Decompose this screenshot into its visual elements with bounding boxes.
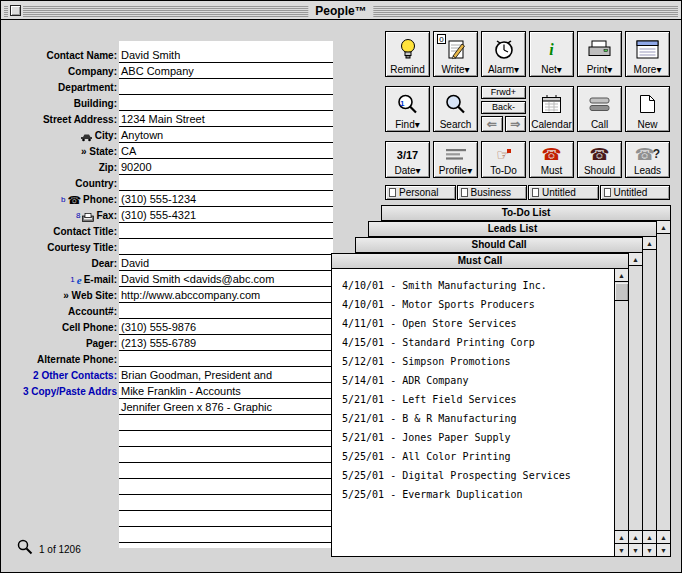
write-button[interactable]: 0 Write▾ bbox=[433, 31, 478, 77]
field-value[interactable]: David Smith <davids@abc.com bbox=[119, 272, 333, 287]
leads-scrollbar[interactable]: ▲ ▲ ▼ bbox=[642, 237, 656, 556]
todo-scrollbar[interactable]: ▲ ▲ ▼ bbox=[656, 221, 670, 556]
remind-button[interactable]: Remind bbox=[385, 31, 430, 77]
form-row: Building: bbox=[3, 95, 333, 111]
field-value[interactable]: Anytown bbox=[119, 128, 333, 143]
must-call-item[interactable]: 5/21/01 - B & R Manufacturing bbox=[342, 409, 614, 428]
profile-button[interactable]: Profile▾ bbox=[433, 141, 478, 178]
field-value[interactable] bbox=[119, 480, 333, 495]
field-value[interactable]: David Smith bbox=[119, 48, 333, 63]
field-label-text: E-mail: bbox=[84, 273, 117, 286]
search-button[interactable]: Search bbox=[433, 86, 478, 132]
must-call-item[interactable]: 5/25/01 - Digital Prospecting Services bbox=[342, 466, 614, 485]
field-value[interactable]: Jennifer Green x 876 - Graphic bbox=[119, 400, 333, 415]
category-tab[interactable]: Personal bbox=[385, 185, 456, 200]
form-row: Country: bbox=[3, 175, 333, 191]
forward-button[interactable]: Frwd+ bbox=[481, 86, 526, 99]
scroll-down-icon[interactable]: ▼ bbox=[629, 543, 642, 556]
form-row: Account#: bbox=[3, 303, 333, 319]
next-record-arrow-icon[interactable]: ⇒ bbox=[505, 116, 527, 132]
scroll-up-icon[interactable]: ▲ bbox=[629, 253, 642, 266]
field-value[interactable] bbox=[119, 464, 333, 479]
must-call-item[interactable]: 5/21/01 - Left Field Services bbox=[342, 390, 614, 409]
scroll-up-icon[interactable]: ▲ bbox=[615, 269, 628, 282]
field-value[interactable] bbox=[119, 176, 333, 191]
must-button[interactable]: ☎ Must bbox=[529, 141, 574, 178]
must-call-item[interactable]: 5/25/01 - All Color Printing bbox=[342, 447, 614, 466]
field-value[interactable] bbox=[119, 224, 333, 239]
field-value[interactable]: 90200 bbox=[119, 160, 333, 175]
must-call-item[interactable]: 4/11/01 - Open Store Services bbox=[342, 314, 614, 333]
close-box[interactable] bbox=[10, 5, 21, 16]
leads-button[interactable]: ☎? Leads bbox=[625, 141, 670, 178]
field-value[interactable] bbox=[119, 496, 333, 511]
field-value[interactable]: 1234 Main Street bbox=[119, 112, 333, 127]
field-value[interactable]: ABC Company bbox=[119, 64, 333, 79]
new-button[interactable]: New bbox=[625, 86, 670, 132]
window-titlebar[interactable]: People™ bbox=[1, 1, 681, 20]
field-value[interactable]: CA bbox=[119, 144, 333, 159]
category-tab[interactable]: Untitled bbox=[528, 185, 599, 200]
field-value[interactable] bbox=[119, 96, 333, 111]
field-value[interactable] bbox=[119, 240, 333, 255]
must-scrollbar[interactable]: ▲ ▲ ▼ bbox=[614, 269, 628, 556]
must-call-item[interactable]: 4/15/01 - Standard Printing Corp bbox=[342, 333, 614, 352]
category-tab[interactable]: Untitled bbox=[600, 185, 671, 200]
net-button[interactable]: i Net▾ bbox=[529, 31, 574, 77]
scroll-up-icon[interactable]: ▲ bbox=[629, 530, 642, 543]
scroll-down-icon[interactable]: ▼ bbox=[657, 543, 670, 556]
field-value[interactable] bbox=[119, 528, 333, 543]
field-label-text: City: bbox=[95, 129, 117, 142]
alarm-button[interactable]: Alarm▾ bbox=[481, 31, 526, 77]
todo-button[interactable]: ☞ To-Do bbox=[481, 141, 526, 178]
should-scrollbar[interactable]: ▲ ▲ ▼ bbox=[628, 253, 642, 556]
field-value[interactable]: Mike Franklin - Accounts bbox=[119, 384, 333, 399]
field-value[interactable] bbox=[119, 416, 333, 431]
field-value[interactable]: (310) 555-9876 bbox=[119, 320, 333, 335]
write-icon bbox=[434, 34, 477, 64]
must-call-item[interactable]: 5/21/01 - Jones Paper Supply bbox=[342, 428, 614, 447]
scroll-down-icon[interactable]: ▼ bbox=[643, 543, 656, 556]
category-tab[interactable]: Business bbox=[457, 185, 528, 200]
should-button[interactable]: ☎ Should bbox=[577, 141, 622, 178]
scroll-down-icon[interactable]: ▼ bbox=[615, 543, 628, 556]
back-button[interactable]: Back- bbox=[481, 101, 526, 114]
calendar-button[interactable]: Calendar bbox=[529, 86, 574, 132]
scroll-up-icon[interactable]: ▲ bbox=[643, 530, 656, 543]
field-value[interactable] bbox=[119, 448, 333, 463]
prev-record-arrow-icon[interactable]: ⇐ bbox=[481, 116, 503, 132]
magnifier-icon[interactable] bbox=[17, 539, 33, 559]
must-call-item[interactable]: 5/12/01 - Simpson Promotions bbox=[342, 352, 614, 371]
field-value[interactable] bbox=[119, 352, 333, 367]
date-button[interactable]: 3/17 Date▾ bbox=[385, 141, 430, 178]
scroll-up-icon[interactable]: ▲ bbox=[657, 221, 670, 234]
must-call-title[interactable]: Must Call bbox=[332, 254, 628, 269]
todo-list-title[interactable]: To-Do List bbox=[382, 206, 670, 221]
call-button[interactable]: Call bbox=[577, 86, 622, 132]
must-call-item[interactable]: 4/10/01 - Smith Manufacturing Inc. bbox=[342, 276, 614, 295]
field-value[interactable] bbox=[119, 80, 333, 95]
leads-list-title[interactable]: Leads List bbox=[369, 222, 656, 237]
field-value[interactable] bbox=[119, 304, 333, 319]
field-value[interactable]: http://www.abccompany.com bbox=[119, 288, 333, 303]
field-value[interactable]: David bbox=[119, 256, 333, 271]
must-call-item[interactable]: 4/10/01 - Motor Sports Producers bbox=[342, 295, 614, 314]
more-button[interactable]: More▾ bbox=[625, 31, 670, 77]
field-label-text: Zip: bbox=[99, 161, 117, 174]
field-value[interactable]: (310) 555-4321 bbox=[119, 208, 333, 223]
field-value[interactable]: (310) 555-1234 bbox=[119, 192, 333, 207]
field-value[interactable]: Brian Goodman, President and bbox=[119, 368, 333, 383]
field-value[interactable]: (213) 555-6789 bbox=[119, 336, 333, 351]
scroll-thumb[interactable] bbox=[615, 283, 628, 301]
find-button[interactable]: 1 Find▾ bbox=[385, 86, 430, 132]
scroll-up-icon[interactable]: ▲ bbox=[643, 237, 656, 250]
print-button[interactable]: Print▾ bbox=[577, 31, 622, 77]
field-label: Zip: bbox=[3, 161, 117, 175]
field-value[interactable] bbox=[119, 432, 333, 447]
scroll-up-icon[interactable]: ▲ bbox=[615, 530, 628, 543]
scroll-up-icon[interactable]: ▲ bbox=[657, 530, 670, 543]
must-call-item[interactable]: 5/14/01 - ADR Company bbox=[342, 371, 614, 390]
should-call-title[interactable]: Should Call bbox=[356, 238, 642, 253]
must-call-item[interactable]: 5/25/01 - Evermark Duplication bbox=[342, 485, 614, 504]
field-value[interactable] bbox=[119, 512, 333, 527]
